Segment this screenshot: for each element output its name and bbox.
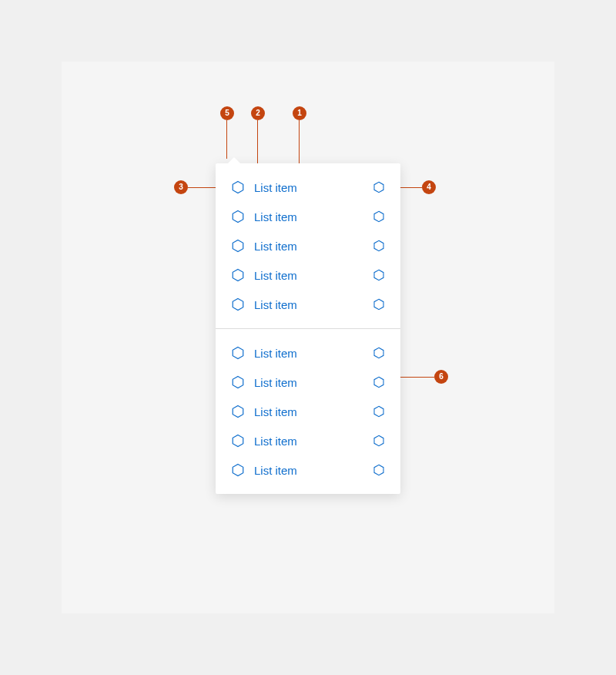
list-item[interactable]: List item: [216, 290, 400, 319]
list-item[interactable]: List item: [216, 426, 400, 455]
annotation-line-6: [400, 377, 434, 378]
list-item-label: List item: [254, 405, 297, 418]
hexagon-icon: [231, 297, 245, 311]
hexagon-icon: [373, 376, 385, 388]
annotation-badge-1: 1: [293, 106, 306, 120]
hexagon-icon: [373, 181, 385, 193]
hexagon-icon: [231, 210, 245, 223]
svg-marker-6: [233, 270, 243, 281]
hexagon-icon: [373, 210, 385, 223]
hexagon-icon: [231, 180, 245, 194]
menu-caret: [228, 157, 240, 163]
annotation-badge-4: 4: [422, 180, 436, 194]
hexagon-icon: [231, 405, 245, 418]
hexagon-icon: [373, 298, 385, 311]
hexagon-icon: [231, 346, 245, 360]
hexagon-icon: [373, 269, 385, 281]
list-item[interactable]: List item: [216, 455, 400, 485]
svg-marker-5: [374, 240, 383, 250]
annotation-line-1: [299, 120, 300, 163]
menu-group-1: List item List item List item: [216, 163, 400, 328]
svg-marker-12: [233, 377, 243, 388]
svg-marker-10: [233, 348, 243, 359]
list-item-label: List item: [254, 181, 297, 194]
svg-marker-18: [233, 465, 243, 476]
list-item-label: List item: [254, 269, 297, 282]
list-item-label: List item: [254, 347, 297, 360]
svg-marker-4: [233, 240, 243, 252]
annotation-badge-6: 6: [434, 370, 448, 384]
annotation-badge-5: 5: [220, 106, 234, 120]
svg-marker-0: [233, 182, 243, 193]
hexagon-icon: [231, 463, 245, 477]
list-item-label: List item: [254, 376, 297, 389]
annotation-line-5: [226, 120, 227, 159]
hexagon-icon: [231, 268, 245, 282]
list-item-label: List item: [254, 210, 297, 223]
hexagon-icon: [373, 405, 385, 418]
svg-marker-7: [374, 270, 383, 280]
svg-marker-14: [233, 406, 243, 418]
list-item[interactable]: List item: [216, 397, 400, 426]
list-item[interactable]: List item: [216, 173, 400, 202]
svg-marker-11: [374, 348, 383, 358]
hexagon-icon: [373, 347, 385, 359]
hexagon-icon: [231, 239, 245, 253]
svg-marker-16: [233, 435, 243, 447]
hexagon-icon: [231, 434, 245, 448]
hexagon-icon: [373, 464, 385, 476]
list-item[interactable]: List item: [216, 231, 400, 260]
svg-marker-2: [233, 211, 243, 223]
svg-marker-15: [374, 406, 383, 416]
list-item[interactable]: List item: [216, 338, 400, 368]
list-item-label: List item: [254, 464, 297, 477]
hexagon-icon: [373, 240, 385, 252]
hexagon-icon: [231, 375, 245, 389]
menu-group-2: List item List item List item: [216, 329, 400, 494]
list-item[interactable]: List item: [216, 260, 400, 290]
hexagon-icon: [373, 435, 385, 447]
svg-marker-19: [374, 465, 383, 475]
svg-marker-13: [374, 377, 383, 387]
svg-marker-9: [374, 299, 383, 309]
list-item[interactable]: List item: [216, 202, 400, 231]
svg-marker-3: [374, 211, 383, 221]
dropdown-menu: List item List item List item: [216, 163, 400, 494]
list-item-label: List item: [254, 298, 297, 311]
list-item-label: List item: [254, 435, 297, 448]
svg-marker-1: [374, 182, 383, 192]
svg-marker-17: [374, 435, 383, 445]
svg-marker-8: [233, 299, 243, 311]
list-item[interactable]: List item: [216, 368, 400, 397]
annotation-badge-3: 3: [174, 180, 188, 194]
component-stage: 5 2 1 3 4 6 List item List item: [62, 62, 554, 613]
annotation-badge-2: 2: [251, 106, 265, 120]
list-item-label: List item: [254, 240, 297, 253]
